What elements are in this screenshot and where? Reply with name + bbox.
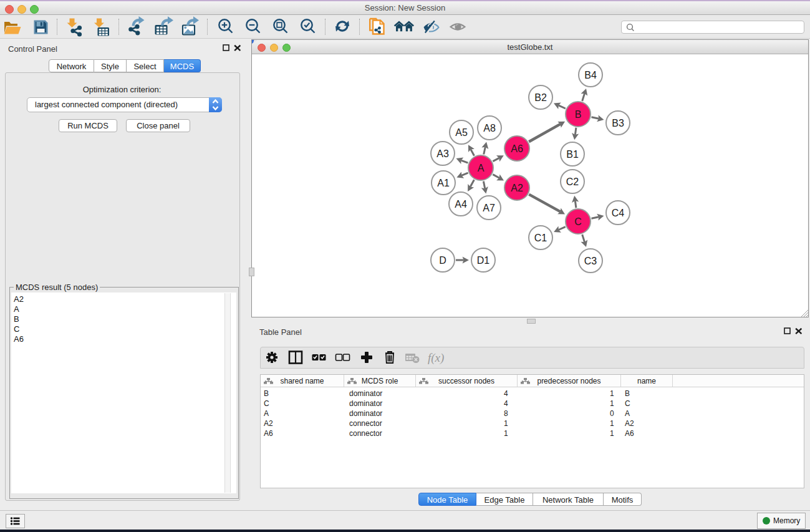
- svg-text:C: C: [574, 216, 582, 227]
- svg-text:C1: C1: [534, 233, 547, 243]
- svg-text:A6: A6: [511, 143, 523, 154]
- svg-text:f(x): f(x): [428, 351, 444, 365]
- svg-text:A5: A5: [455, 127, 468, 138]
- svg-text:C3: C3: [584, 256, 597, 266]
- svg-text:A1: A1: [437, 178, 450, 188]
- svg-text:D1: D1: [477, 255, 490, 266]
- svg-text:B2: B2: [534, 92, 547, 103]
- svg-text:B4: B4: [584, 70, 597, 80]
- svg-text:A7: A7: [483, 203, 495, 213]
- svg-text:C4: C4: [612, 208, 625, 218]
- svg-text:B3: B3: [612, 118, 624, 128]
- svg-text:D: D: [439, 255, 446, 266]
- svg-text:A8: A8: [483, 123, 496, 133]
- svg-text:B1: B1: [566, 149, 579, 160]
- svg-text:A2: A2: [511, 183, 523, 193]
- svg-text:C2: C2: [566, 177, 579, 187]
- svg-text:A: A: [478, 163, 485, 173]
- svg-text:A4: A4: [455, 199, 467, 210]
- svg-text:A3: A3: [436, 148, 449, 159]
- svg-text:B: B: [575, 109, 582, 120]
